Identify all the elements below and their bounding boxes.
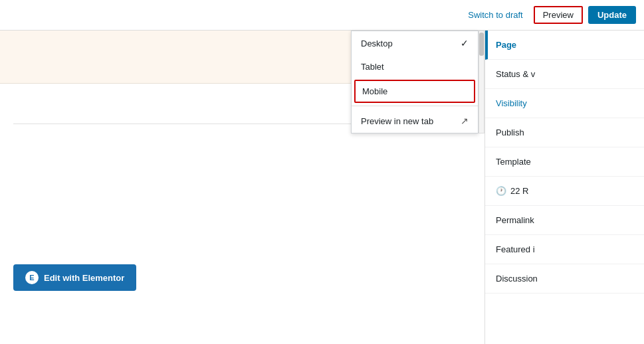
preview-dropdown: Desktop ✓ Tablet Mobile Preview in new t…	[351, 31, 484, 133]
preview-dropdown-box: Desktop ✓ Tablet Mobile Preview in new t…	[351, 31, 479, 133]
dropdown-item-tablet[interactable]: Tablet	[352, 55, 478, 78]
elementor-icon: E	[25, 271, 39, 284]
dropdown-item-mobile[interactable]: Mobile	[354, 80, 475, 103]
dropdown-item-preview-new-tab[interactable]: Preview in new tab ↗	[352, 109, 478, 133]
sidebar-item-featured[interactable]: Featured i	[485, 235, 644, 264]
clock-icon: 🕐	[496, 186, 506, 196]
switch-to-draft-button[interactable]: Switch to draft	[463, 7, 528, 23]
check-icon: ✓	[461, 38, 469, 48]
external-link-icon: ↗	[461, 116, 469, 126]
sidebar-item-revisions[interactable]: 🕐 22 R	[485, 177, 644, 206]
dropdown-divider	[352, 106, 478, 106]
right-sidebar: Page Status & v Visibility Publish Templ…	[484, 31, 644, 344]
sidebar-item-publish[interactable]: Publish	[485, 118, 644, 147]
toolbar: Switch to draft Preview Update	[0, 0, 644, 31]
sidebar-item-status[interactable]: Status & v	[485, 60, 644, 89]
preview-button[interactable]: Preview	[534, 6, 583, 24]
sidebar-item-page[interactable]: Page	[485, 31, 644, 60]
sidebar-item-permalink[interactable]: Permalink	[485, 206, 644, 235]
sidebar-item-template[interactable]: Template	[485, 147, 644, 177]
dropdown-item-desktop[interactable]: Desktop ✓	[352, 31, 478, 55]
update-button[interactable]: Update	[588, 6, 636, 24]
scrollbar-thumb	[479, 33, 484, 56]
edit-with-elementor-button[interactable]: E Edit with Elementor	[13, 264, 136, 291]
sidebar-item-visibility[interactable]: Visibility	[485, 89, 644, 118]
sidebar-item-discussion[interactable]: Discussion	[485, 264, 644, 294]
dropdown-scrollbar[interactable]	[479, 31, 484, 133]
